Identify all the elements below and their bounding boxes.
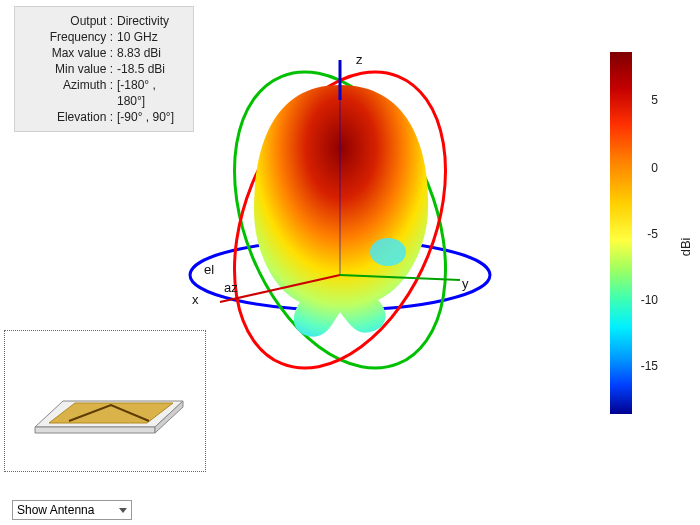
az-axis-label: az <box>224 280 238 295</box>
x-axis-label: x <box>192 292 199 307</box>
colorbar-title: dBi <box>679 238 694 257</box>
info-label: Elevation : <box>23 109 113 125</box>
antenna-inset-panel <box>4 330 206 472</box>
info-label: Min value : <box>23 61 113 77</box>
info-value: 10 GHz <box>113 29 158 45</box>
info-row-elevation: Elevation : [-90° , 90°] <box>23 109 185 125</box>
info-label: Max value : <box>23 45 113 61</box>
info-label: Azimuth : <box>23 77 113 109</box>
info-row-output: Output : Directivity <box>23 13 185 29</box>
info-value: 8.83 dBi <box>113 45 161 61</box>
info-row-min: Min value : -18.5 dBi <box>23 61 185 77</box>
radiation-pattern-plot[interactable]: z x y az el <box>180 40 560 440</box>
antenna-ground-edge <box>35 427 155 433</box>
z-axis-label: z <box>356 52 363 67</box>
colorbar <box>610 52 632 414</box>
info-value: [-90° , 90°] <box>113 109 174 125</box>
info-label: Output : <box>23 13 113 29</box>
show-antenna-dropdown[interactable]: Show Antenna <box>12 500 132 520</box>
el-axis-label: el <box>204 262 214 277</box>
info-label: Frequency : <box>23 29 113 45</box>
radiation-pattern-svg <box>180 40 560 440</box>
info-row-frequency: Frequency : 10 GHz <box>23 29 185 45</box>
radiation-lobe <box>254 85 428 337</box>
info-value: -18.5 dBi <box>113 61 165 77</box>
lobe-null <box>370 238 406 266</box>
info-panel: Output : Directivity Frequency : 10 GHz … <box>14 6 194 132</box>
info-row-max: Max value : 8.83 dBi <box>23 45 185 61</box>
colorbar-tick: 5 <box>651 93 658 107</box>
chevron-down-icon <box>119 508 127 513</box>
colorbar-tick: 0 <box>651 161 658 175</box>
dropdown-selected-label: Show Antenna <box>17 501 94 519</box>
info-value: Directivity <box>113 13 169 29</box>
info-row-azimuth: Azimuth : [-180° , 180°] <box>23 77 185 109</box>
y-axis-label: y <box>462 276 469 291</box>
colorbar-tick: -5 <box>647 227 658 241</box>
info-value: [-180° , 180°] <box>113 77 185 109</box>
colorbar-tick: -10 <box>641 293 658 307</box>
colorbar-tick: -15 <box>641 359 658 373</box>
antenna-geometry <box>15 349 195 459</box>
